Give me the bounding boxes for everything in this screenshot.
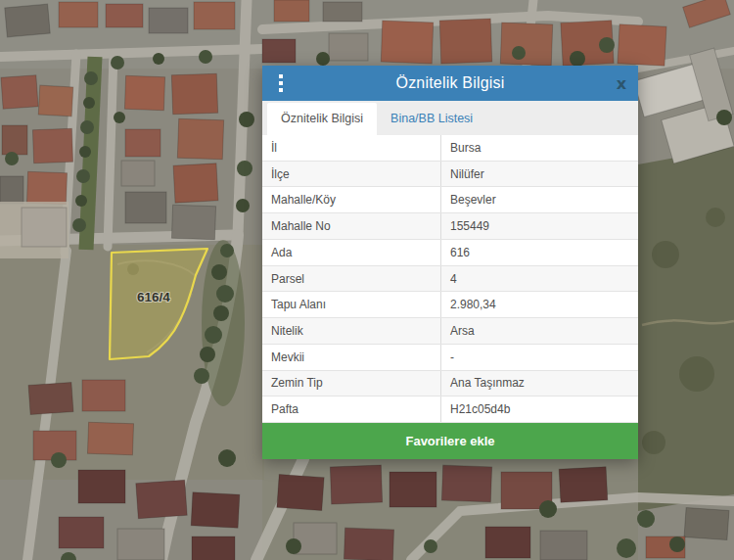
- row-value: 616: [440, 240, 638, 265]
- row-label: İl: [262, 135, 440, 161]
- row-label: Tapu Alanı: [262, 292, 440, 317]
- row-value: Arsa: [440, 318, 638, 344]
- row-label: Ada: [262, 240, 440, 265]
- row-label: Pafta: [262, 397, 440, 422]
- parcel-label: 616/4: [137, 290, 170, 304]
- table-row: İlçe Nilüfer: [262, 162, 638, 188]
- attribute-info-modal: Öznitelik Bilgisi x Öznitelik Bilgisi Bi…: [262, 66, 638, 459]
- row-value: Ana Taşınmaz: [440, 371, 638, 397]
- row-label: Mahalle/Köy: [262, 187, 440, 212]
- tab-bar: Öznitelik Bilgisi Bina/BB Listesi: [262, 101, 638, 135]
- table-row: Mahalle/Köy Beşevler: [262, 187, 638, 213]
- table-row: Mevkii -: [262, 345, 638, 371]
- row-value: 155449: [440, 213, 638, 239]
- table-row: Pafta H21c05d4b: [262, 397, 638, 423]
- close-icon[interactable]: x: [617, 66, 626, 101]
- row-value: 4: [440, 266, 638, 292]
- row-label: Parsel: [262, 266, 440, 292]
- table-row: Tapu Alanı 2.980,34: [262, 292, 638, 318]
- row-value: 2.980,34: [440, 292, 638, 317]
- tab-bina-bb-listesi[interactable]: Bina/BB Listesi: [377, 103, 486, 135]
- row-label: Mahalle No: [262, 213, 440, 239]
- kebab-menu-icon[interactable]: [279, 74, 283, 92]
- table-row: Zemin Tip Ana Taşınmaz: [262, 371, 638, 397]
- row-value: Beşevler: [440, 187, 638, 212]
- modal-header: Öznitelik Bilgisi x: [262, 66, 638, 101]
- row-value: Nilüfer: [440, 162, 638, 187]
- row-value: -: [440, 345, 638, 370]
- modal-title: Öznitelik Bilgisi: [262, 74, 638, 92]
- row-value: Bursa: [440, 135, 638, 161]
- tab-oznitelik-bilgisi[interactable]: Öznitelik Bilgisi: [267, 103, 377, 135]
- row-label: Zemin Tip: [262, 371, 440, 397]
- map-field: [638, 147, 734, 511]
- table-row: Ada 616: [262, 240, 638, 266]
- attribute-table: İl Bursa İlçe Nilüfer Mahalle/Köy Beşevl…: [262, 135, 638, 423]
- add-to-favorites-button[interactable]: Favorilere ekle: [262, 423, 638, 459]
- table-row: Nitelik Arsa: [262, 318, 638, 345]
- row-label: Nitelik: [262, 318, 440, 344]
- table-row: Parsel 4: [262, 266, 638, 293]
- row-label: İlçe: [262, 162, 440, 187]
- table-row: İl Bursa: [262, 135, 638, 162]
- table-row: Mahalle No 155449: [262, 213, 638, 240]
- row-label: Mevkii: [262, 345, 440, 370]
- row-value: H21c05d4b: [440, 397, 638, 422]
